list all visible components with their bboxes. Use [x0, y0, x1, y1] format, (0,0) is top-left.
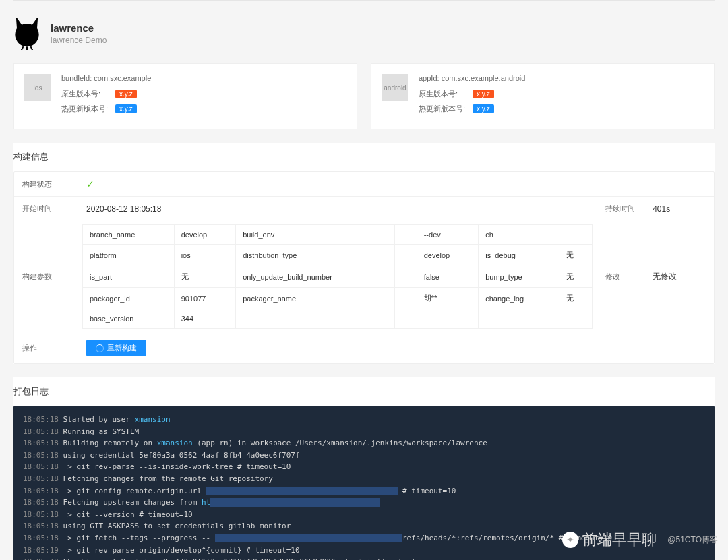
param-cell: 无: [559, 245, 592, 266]
rebuild-button-label: 重新构建: [107, 343, 137, 353]
param-cell: develop: [174, 225, 236, 245]
param-cell: [559, 225, 592, 245]
param-cell: 901077: [174, 288, 236, 309]
param-cell: bump_type: [479, 266, 559, 288]
param-cell: [236, 309, 395, 329]
param-cell: 无: [174, 266, 236, 288]
param-cell: [395, 245, 417, 266]
param-cell: [559, 309, 592, 329]
build-logs-heading: 打包日志: [13, 377, 715, 406]
param-cell: 胡**: [417, 288, 479, 309]
build-status-label: 构建状态: [14, 172, 78, 196]
param-cell: packager_id: [83, 288, 175, 309]
platform-card-ios: ios bundleId: com.sxc.example 原生版本号: x.y…: [13, 63, 357, 129]
native-version-label: 原生版本号:: [61, 89, 115, 99]
param-cell: [417, 309, 479, 329]
param-cell: [395, 266, 417, 288]
start-time-value: 2020-08-12 18:05:18: [78, 197, 597, 220]
param-cell: ios: [174, 245, 236, 266]
param-cell: 344: [174, 309, 236, 329]
param-cell: build_env: [236, 225, 395, 245]
param-cell: only_update_build_number: [236, 266, 395, 288]
app-id-label: appId: com.sxc.example.android: [419, 74, 704, 82]
bundle-id-label: bundleId: com.sxc.example: [61, 74, 346, 82]
hot-version-badge[interactable]: x.y.z: [115, 104, 137, 113]
param-cell: is_debug: [479, 245, 559, 266]
hot-version-label: 热更新版本号:: [419, 104, 473, 114]
android-icon: android: [382, 74, 408, 101]
native-version-badge[interactable]: x.y.z: [473, 90, 494, 98]
param-cell: is_part: [83, 266, 175, 288]
app-subtitle: lawrence Demo: [51, 36, 107, 45]
platform-card-android: android appId: com.sxc.example.android 原…: [371, 63, 715, 129]
param-cell: change_log: [479, 288, 559, 309]
param-cell: packager_name: [236, 288, 395, 309]
spinner-icon: [96, 344, 104, 352]
app-header: lawrence lawrence Demo: [13, 11, 715, 63]
hot-version-label: 热更新版本号:: [61, 104, 115, 114]
build-log-console[interactable]: 18:05:18 Started by user xmansion 18:05:…: [13, 406, 715, 560]
duration-label: 持续时间: [597, 197, 644, 220]
native-version-label: 原生版本号:: [419, 89, 473, 99]
build-params-table: branch_namedevelopbuild_env--devchplatfo…: [82, 224, 593, 329]
build-info-table: 构建状态 ✓ 开始时间 2020-08-12 18:05:18 持续时间 401…: [13, 171, 715, 364]
param-cell: 无: [559, 288, 592, 309]
param-cell: 无: [559, 266, 592, 288]
build-params-label: 构建参数: [14, 220, 78, 333]
start-time-label: 开始时间: [14, 197, 78, 220]
action-label: 操作: [14, 333, 78, 363]
top-divider: [13, 0, 715, 1]
param-cell: [395, 288, 417, 309]
status-success-icon: ✓: [86, 179, 94, 189]
param-cell: [479, 309, 559, 329]
param-cell: base_version: [83, 309, 175, 329]
app-title: lawrence: [51, 22, 107, 34]
duration-value: 401s: [644, 197, 714, 220]
ios-icon: ios: [24, 74, 51, 101]
native-version-badge[interactable]: x.y.z: [115, 90, 137, 98]
param-cell: branch_name: [83, 225, 175, 245]
param-cell: [395, 309, 417, 329]
app-logo-cat-icon: [13, 18, 40, 50]
param-cell: develop: [417, 245, 479, 266]
param-cell: false: [417, 266, 479, 288]
param-cell: distribution_type: [236, 245, 395, 266]
param-cell: --dev: [417, 225, 479, 245]
param-cell: platform: [83, 245, 175, 266]
hot-version-badge[interactable]: x.y.z: [473, 104, 494, 113]
param-cell: ch: [479, 225, 559, 245]
rebuild-button[interactable]: 重新构建: [86, 340, 146, 356]
changes-value: 无修改: [644, 220, 714, 333]
build-info-heading: 构建信息: [13, 143, 715, 171]
param-cell: [395, 225, 417, 245]
changes-label: 修改: [597, 220, 644, 333]
